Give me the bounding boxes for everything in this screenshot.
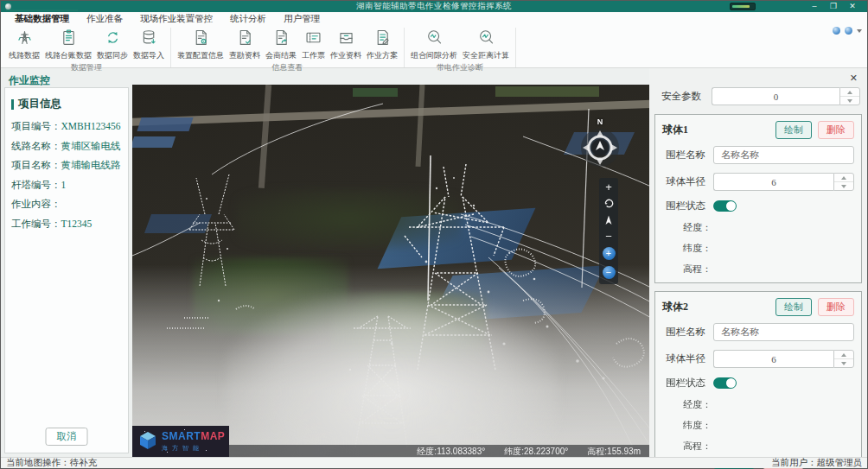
doc-stamp-icon [236,29,254,50]
chevron-down-icon[interactable] [857,29,862,33]
sphere-1-section: 球体1 绘制 删除 围栏名称 球体半径 围栏状态 [654,114,862,283]
analysis-gauge-icon [425,29,444,50]
fence-status-toggle[interactable] [713,200,737,212]
sync-icon [104,29,122,50]
group-caption: 带电作业诊断 [408,61,512,75]
compass-control[interactable]: N [578,117,622,171]
fence-name-label: 围栏名称 [666,149,713,162]
group-caption: 信息查看 [175,61,400,75]
zoom-in-button[interactable]: + [605,182,612,192]
minimize-button[interactable]: – [805,1,824,12]
cancel-button[interactable]: 取消 [46,428,88,446]
sphere-radius-input[interactable] [713,173,833,191]
tool-line-data[interactable]: 线路数据 [6,28,42,61]
toggle-knob [726,378,736,388]
field-work-content: 作业内容： [11,200,128,210]
archive-icon [337,29,355,50]
maximize-button[interactable]: ❐ [824,1,843,12]
sphere-radius-input[interactable] [713,350,833,368]
distance-gauge-icon [477,29,495,50]
tower-icon [16,29,34,50]
quick-globe-icon-1[interactable] [833,27,840,35]
status-current-user: 当前用户：超级管理员 [771,457,862,469]
tool-label: 工作票 [302,50,325,61]
panel-close-icon[interactable]: ✕ [850,73,858,84]
tool-data-sync[interactable]: 数据同步 [94,28,131,61]
field-work-no: 工作编号：T12345 [11,219,128,230]
field-project-name: 项目名称：黄埔输电线路 [11,161,128,171]
group-live-work-diagnose: 组合间隙分析 安全距离计算 带电作业诊断 [405,28,516,67]
spin-up-button[interactable] [834,351,853,358]
fence-name-input[interactable] [713,146,854,164]
spin-down-button[interactable] [834,181,853,190]
section-accent-bar [11,99,14,110]
tool-label: 线路台账数据 [45,50,92,61]
tab-work-prepare[interactable]: 作业准备 [78,10,131,28]
spin-up-button[interactable] [834,174,853,181]
sphere-1-title: 球体1 [662,123,775,137]
fly-in-button[interactable]: + [603,247,616,260]
spin-up-button[interactable] [840,88,859,96]
project-info-panel: 项目信息 项目编号：XMBH123456 线路名称：黄埔区输电线 项目名称：黄埔… [4,87,129,453]
close-button[interactable]: ✕ [843,1,862,12]
tab-base-data[interactable]: 基础数据管理 [6,10,78,28]
tool-meeting-result[interactable]: 会商结果 [263,28,299,61]
ribbon-tabs: 基础数据管理 作业准备 现场作业装置管控 统计分析 用户管理 [1,12,867,28]
toggle-knob [726,201,736,211]
tool-label: 安全距离计算 [463,50,509,61]
fence-status-label: 围栏状态 [666,377,713,390]
ribbon: 基础数据管理 作业准备 现场作业装置管控 统计分析 用户管理 线路数据 [1,12,867,68]
altitude-readout: 高程:155.93m [587,446,641,458]
fence-status-toggle[interactable] [713,377,737,389]
ticket-icon [304,29,322,50]
quick-globe-icon-2[interactable] [845,27,852,35]
tool-survey-data[interactable]: 查勘资料 [227,28,263,61]
app-window: 湖南智能辅助带电作业检修管控指挥系统 – ❐ ✕ 基础数据管理 作业准备 现场作… [0,0,868,469]
fence-name-input[interactable] [713,323,854,341]
sphere-radius-row: 球体半径 [666,350,854,368]
latitude-label: 纬度： [683,419,854,432]
tab-statistics[interactable]: 统计分析 [221,10,275,28]
doc-share-icon [272,29,290,50]
doc-gear-icon [192,29,210,50]
fence-name-row: 围栏名称 [666,323,854,341]
fence-status-row: 围栏状态 [666,377,854,390]
tool-device-config[interactable]: 装置配置信息 [175,28,227,61]
tab-site-device[interactable]: 现场作业装置管控 [131,10,221,28]
safety-param-stepper [839,87,860,105]
tool-line-ledger[interactable]: 线路台账数据 [42,28,94,61]
tool-gap-analysis[interactable]: 组合间隙分析 [408,28,460,61]
reset-view-button[interactable] [603,198,615,209]
sphere-radius-label: 球体半径 [666,352,713,365]
spin-down-button[interactable] [834,358,853,367]
tool-work-plan[interactable]: 作业方案 [364,28,400,61]
smartmap-logo: SMARTMAP 海方智能 [132,426,229,459]
ledger-icon [60,29,78,50]
tool-label: 作业资料 [330,50,361,61]
fly-out-button[interactable]: − [603,266,616,279]
safety-param-input[interactable] [712,87,839,105]
spin-down-button[interactable] [840,96,859,105]
tool-work-ticket[interactable]: 工作票 [299,28,328,61]
tool-label: 线路数据 [9,50,40,61]
zoom-out-button[interactable]: − [605,231,612,241]
sphere-2-delete-button[interactable]: 删除 [818,298,854,316]
tab-user-manage[interactable]: 用户管理 [275,10,329,28]
sphere-1-draw-button[interactable]: 绘制 [775,121,812,139]
doc-plan-icon [373,29,392,50]
smartmap-cube-icon [138,430,157,451]
battery-indicator [730,3,756,10]
longitude-readout: 经度:113.083383° [417,446,485,458]
tool-safe-distance[interactable]: 安全距离计算 [460,28,512,61]
sphere-2-draw-button[interactable]: 绘制 [775,298,812,316]
fence-name-label: 围栏名称 [666,326,713,339]
map-3d-view[interactable]: N + − + − 经度:113.083383° 纬度: [132,85,651,459]
sphere-radius-label: 球体半径 [666,175,713,188]
tool-data-import[interactable]: 数据导入 [131,28,167,61]
fence-status-label: 围栏状态 [666,200,713,212]
ribbon-toolbar: 线路数据 线路台账数据 数据同步 数据导入 数据管理 [1,28,867,67]
sphere-1-delete-button[interactable]: 删除 [818,121,854,139]
locate-button[interactable] [603,215,614,225]
field-tower-no: 杆塔编号：1 [11,181,128,191]
tool-work-data[interactable]: 作业资料 [328,28,364,61]
